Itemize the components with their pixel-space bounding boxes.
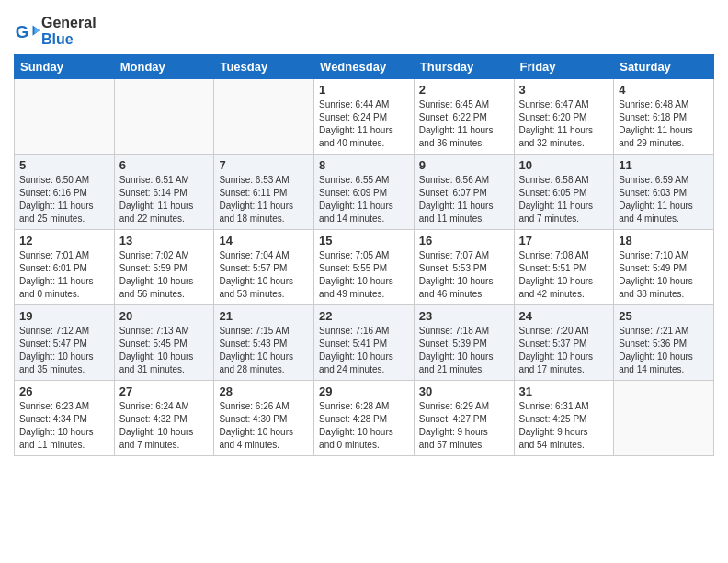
day-cell: 21Sunrise: 7:15 AM Sunset: 5:43 PM Dayli…	[214, 305, 314, 381]
day-cell: 25Sunrise: 7:21 AM Sunset: 5:36 PM Dayli…	[614, 305, 714, 381]
day-info: Sunrise: 7:12 AM Sunset: 5:47 PM Dayligh…	[19, 325, 109, 376]
weekday-monday: Monday	[114, 55, 214, 79]
day-info: Sunrise: 6:50 AM Sunset: 6:16 PM Dayligh…	[19, 174, 109, 225]
week-row-3: 12Sunrise: 7:01 AM Sunset: 6:01 PM Dayli…	[15, 230, 714, 305]
day-number: 4	[619, 83, 709, 97]
day-number: 17	[519, 234, 609, 247]
day-number: 21	[219, 309, 309, 323]
day-cell: 4Sunrise: 6:48 AM Sunset: 6:18 PM Daylig…	[614, 79, 714, 155]
day-info: Sunrise: 7:21 AM Sunset: 5:36 PM Dayligh…	[619, 325, 709, 376]
day-cell: 8Sunrise: 6:55 AM Sunset: 6:09 PM Daylig…	[314, 155, 415, 230]
day-info: Sunrise: 6:31 AM Sunset: 4:25 PM Dayligh…	[519, 400, 609, 452]
day-number: 25	[619, 309, 709, 323]
day-info: Sunrise: 7:05 AM Sunset: 5:55 PM Dayligh…	[319, 249, 409, 301]
day-info: Sunrise: 7:10 AM Sunset: 5:49 PM Dayligh…	[619, 249, 709, 301]
day-number: 23	[419, 309, 509, 323]
day-number: 15	[319, 234, 409, 247]
header: G General Blue	[14, 9, 714, 47]
weekday-saturday: Saturday	[614, 55, 714, 79]
day-info: Sunrise: 6:44 AM Sunset: 6:24 PM Dayligh…	[319, 98, 409, 150]
day-number: 8	[319, 158, 409, 172]
day-number: 12	[19, 234, 109, 247]
day-number: 2	[419, 83, 509, 97]
day-number: 20	[119, 309, 210, 323]
day-info: Sunrise: 7:08 AM Sunset: 5:51 PM Dayligh…	[519, 249, 609, 301]
day-cell: 1Sunrise: 6:44 AM Sunset: 6:24 PM Daylig…	[314, 79, 415, 155]
day-number: 29	[319, 385, 409, 398]
day-number: 27	[119, 385, 210, 398]
day-cell: 13Sunrise: 7:02 AM Sunset: 5:59 PM Dayli…	[114, 230, 214, 305]
weekday-header-row: SundayMondayTuesdayWednesdayThursdayFrid…	[15, 55, 714, 79]
calendar-page: G General Blue SundayMondayTuesdayWednes…	[0, 0, 728, 470]
day-cell: 9Sunrise: 6:56 AM Sunset: 6:07 PM Daylig…	[414, 155, 514, 230]
day-cell: 10Sunrise: 6:58 AM Sunset: 6:05 PM Dayli…	[514, 155, 614, 230]
day-info: Sunrise: 6:56 AM Sunset: 6:07 PM Dayligh…	[419, 174, 509, 225]
logo-line1: General	[41, 15, 97, 31]
weekday-sunday: Sunday	[15, 55, 115, 79]
day-number: 16	[419, 234, 509, 247]
day-number: 1	[319, 83, 409, 97]
day-cell: 15Sunrise: 7:05 AM Sunset: 5:55 PM Dayli…	[314, 230, 415, 305]
weekday-friday: Friday	[514, 55, 614, 79]
weekday-wednesday: Wednesday	[314, 55, 415, 79]
day-info: Sunrise: 6:51 AM Sunset: 6:14 PM Dayligh…	[119, 174, 210, 225]
day-cell: 16Sunrise: 7:07 AM Sunset: 5:53 PM Dayli…	[414, 230, 514, 305]
day-cell: 6Sunrise: 6:51 AM Sunset: 6:14 PM Daylig…	[114, 155, 214, 230]
day-number: 31	[519, 385, 609, 398]
day-info: Sunrise: 6:58 AM Sunset: 6:05 PM Dayligh…	[519, 174, 609, 225]
day-cell: 24Sunrise: 7:20 AM Sunset: 5:37 PM Dayli…	[514, 305, 614, 381]
day-cell: 30Sunrise: 6:29 AM Sunset: 4:27 PM Dayli…	[414, 381, 514, 456]
svg-marker-2	[34, 27, 40, 33]
day-cell	[114, 79, 214, 155]
day-cell: 19Sunrise: 7:12 AM Sunset: 5:47 PM Dayli…	[15, 305, 115, 381]
day-cell: 28Sunrise: 6:26 AM Sunset: 4:30 PM Dayli…	[214, 381, 314, 456]
day-info: Sunrise: 6:47 AM Sunset: 6:20 PM Dayligh…	[519, 98, 609, 150]
day-cell: 14Sunrise: 7:04 AM Sunset: 5:57 PM Dayli…	[214, 230, 314, 305]
day-info: Sunrise: 6:28 AM Sunset: 4:28 PM Dayligh…	[319, 400, 409, 452]
day-number: 9	[419, 158, 509, 172]
day-cell: 5Sunrise: 6:50 AM Sunset: 6:16 PM Daylig…	[15, 155, 115, 230]
day-info: Sunrise: 7:07 AM Sunset: 5:53 PM Dayligh…	[419, 249, 509, 301]
day-cell: 12Sunrise: 7:01 AM Sunset: 6:01 PM Dayli…	[15, 230, 115, 305]
week-row-5: 26Sunrise: 6:23 AM Sunset: 4:34 PM Dayli…	[15, 381, 714, 456]
day-info: Sunrise: 7:18 AM Sunset: 5:39 PM Dayligh…	[419, 325, 509, 376]
day-number: 6	[119, 158, 210, 172]
day-cell	[214, 79, 314, 155]
weekday-thursday: Thursday	[414, 55, 514, 79]
day-info: Sunrise: 7:01 AM Sunset: 6:01 PM Dayligh…	[19, 249, 109, 301]
day-number: 10	[519, 158, 609, 172]
day-cell: 2Sunrise: 6:45 AM Sunset: 6:22 PM Daylig…	[414, 79, 514, 155]
day-info: Sunrise: 6:29 AM Sunset: 4:27 PM Dayligh…	[419, 400, 509, 452]
day-number: 7	[219, 158, 309, 172]
day-cell: 29Sunrise: 6:28 AM Sunset: 4:28 PM Dayli…	[314, 381, 415, 456]
day-info: Sunrise: 6:45 AM Sunset: 6:22 PM Dayligh…	[419, 98, 509, 150]
day-info: Sunrise: 6:26 AM Sunset: 4:30 PM Dayligh…	[219, 400, 309, 452]
logo-icon: G	[14, 18, 40, 44]
day-info: Sunrise: 7:20 AM Sunset: 5:37 PM Dayligh…	[519, 325, 609, 376]
day-cell: 11Sunrise: 6:59 AM Sunset: 6:03 PM Dayli…	[614, 155, 714, 230]
logo: G General Blue	[14, 15, 97, 47]
day-cell: 17Sunrise: 7:08 AM Sunset: 5:51 PM Dayli…	[514, 230, 614, 305]
day-info: Sunrise: 7:15 AM Sunset: 5:43 PM Dayligh…	[219, 325, 309, 376]
day-number: 5	[19, 158, 109, 172]
day-number: 30	[419, 385, 509, 398]
day-number: 3	[519, 83, 609, 97]
day-info: Sunrise: 7:13 AM Sunset: 5:45 PM Dayligh…	[119, 325, 210, 376]
day-info: Sunrise: 6:53 AM Sunset: 6:11 PM Dayligh…	[219, 174, 309, 225]
day-cell: 20Sunrise: 7:13 AM Sunset: 5:45 PM Dayli…	[114, 305, 214, 381]
day-cell: 18Sunrise: 7:10 AM Sunset: 5:49 PM Dayli…	[614, 230, 714, 305]
svg-text:G: G	[16, 21, 29, 40]
day-number: 24	[519, 309, 609, 323]
week-row-1: 1Sunrise: 6:44 AM Sunset: 6:24 PM Daylig…	[15, 79, 714, 155]
day-number: 28	[219, 385, 309, 398]
week-row-2: 5Sunrise: 6:50 AM Sunset: 6:16 PM Daylig…	[15, 155, 714, 230]
day-number: 22	[319, 309, 409, 323]
day-cell: 3Sunrise: 6:47 AM Sunset: 6:20 PM Daylig…	[514, 79, 614, 155]
day-info: Sunrise: 6:55 AM Sunset: 6:09 PM Dayligh…	[319, 174, 409, 225]
day-number: 11	[619, 158, 709, 172]
day-number: 13	[119, 234, 210, 247]
day-number: 18	[619, 234, 709, 247]
day-cell: 26Sunrise: 6:23 AM Sunset: 4:34 PM Dayli…	[15, 381, 115, 456]
day-info: Sunrise: 6:23 AM Sunset: 4:34 PM Dayligh…	[19, 400, 109, 452]
logo-line2: Blue	[41, 31, 97, 48]
